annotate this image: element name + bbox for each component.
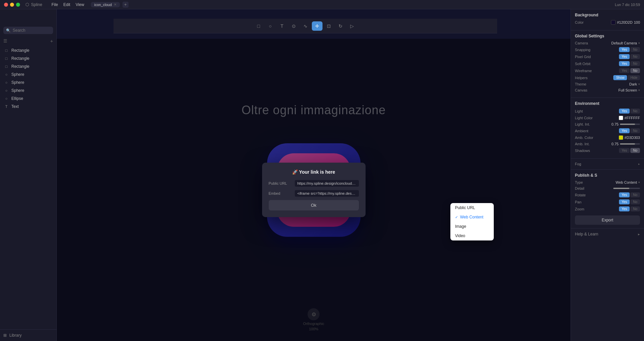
color-swatch[interactable] (611, 20, 616, 25)
canvas-content: Oltre ogni immaginazione ⚙ Orthographic … (57, 24, 571, 341)
ambient-no-button[interactable]: No (630, 128, 640, 133)
wireframe-no-button[interactable]: No (630, 68, 640, 73)
dropdown-image[interactable]: Image (450, 222, 494, 231)
list-item[interactable]: □ Rectangle (0, 46, 56, 54)
soft-orbit-yes-button[interactable]: Yes (619, 61, 630, 66)
view-menu[interactable]: View (75, 2, 84, 7)
wireframe-yes-button[interactable]: Yes (619, 68, 630, 73)
canvas-area[interactable]: □ ○ T ⊙ ∿ ✛ ⊡ ↻ ▷ Oltre ogni immaginazio… (57, 9, 571, 341)
chevron-down-icon: ▾ (638, 181, 640, 184)
camera-dropdown[interactable]: Default Camera ▾ (611, 41, 640, 45)
color-hex: #120D2D (617, 20, 632, 24)
search-bar: 🔍 (0, 24, 56, 37)
light-color-value[interactable]: #FFFFFF (619, 116, 640, 120)
soft-orbit-no-button[interactable]: No (630, 61, 640, 66)
rotate-yes-button[interactable]: Yes (619, 192, 630, 197)
fog-label: Fog (575, 162, 581, 166)
canvas-row: Canvas Full Screen ▾ (575, 88, 640, 92)
snapping-yes-button[interactable]: Yes (619, 47, 630, 52)
type-dropdown-trigger[interactable]: Web Content ▾ (616, 180, 640, 184)
amb-int-slider[interactable] (620, 143, 640, 145)
shadows-no-button[interactable]: No (630, 148, 640, 153)
list-item[interactable]: □ Rectangle (0, 62, 56, 70)
export-button[interactable]: Export (575, 215, 640, 225)
list-item[interactable]: T Text (0, 103, 56, 111)
search-input-wrap[interactable]: 🔍 (3, 27, 53, 34)
rotate-toggle: Yes No (619, 192, 640, 197)
modal-ok-button[interactable]: Ok (269, 200, 359, 210)
dropdown-web-content[interactable]: ✓ Web Content (450, 212, 494, 222)
dropdown-video[interactable]: Video (450, 231, 494, 240)
list-item[interactable]: ○ Sphere (0, 87, 56, 95)
chevron-right-icon[interactable]: ▸ (638, 232, 640, 236)
helpers-show-button[interactable]: Show (613, 75, 627, 80)
amb-color-value[interactable]: #D3D303 (619, 135, 640, 140)
search-input[interactable] (13, 28, 50, 33)
sidebar-footer: ⊞ Library (0, 329, 56, 341)
list-view-icon[interactable]: ☰ (3, 38, 7, 43)
sphere-icon: ○ (4, 80, 9, 84)
color-value[interactable]: #120D2D 100 (611, 20, 640, 25)
sidebar-view-icons: ☰ (3, 38, 7, 43)
shadows-yes-button[interactable]: Yes (619, 148, 630, 153)
tab-close-icon[interactable]: ✕ (114, 3, 117, 6)
canvas-dropdown[interactable]: Full Screen ▾ (618, 88, 640, 92)
item-label: Sphere (11, 80, 24, 85)
helpers-hide-button[interactable]: Hide (628, 75, 640, 80)
pan-no-button[interactable]: No (630, 199, 640, 204)
list-item[interactable]: ○ Sphere (0, 78, 56, 87)
modal-public-url-row: Public URL https://my.spline.design/icon… (269, 180, 359, 187)
pixel-grid-no-button[interactable]: No (630, 54, 640, 59)
theme-value: Dark (629, 82, 637, 86)
light-color-hex: #FFFFFF (625, 116, 640, 120)
list-item[interactable]: ○ Sphere (0, 70, 56, 78)
embed-value[interactable]: <iframe src='https://my.spline.design/ic… (295, 190, 359, 197)
modal-title: 🚀 Your link is here (269, 169, 359, 175)
zoom-no-button[interactable]: No (630, 206, 640, 211)
maximize-button[interactable] (16, 3, 20, 7)
light-int-slider[interactable] (620, 124, 640, 125)
light-int-label: Light. Int. (575, 122, 590, 126)
close-button[interactable] (4, 3, 8, 7)
light-yes-button[interactable]: Yes (619, 109, 630, 114)
item-label: Rectangle (11, 48, 29, 53)
camera-label: Camera (575, 41, 588, 45)
chevron-right-icon[interactable]: ▸ (638, 162, 640, 166)
public-url-value[interactable]: https://my.spline.design/iconcloud-60d0f… (295, 180, 359, 187)
light-color-label: Light Color (575, 116, 593, 120)
list-item[interactable]: ○ Ellipse (0, 95, 56, 103)
light-no-button[interactable]: No (630, 109, 640, 114)
amb-color-swatch[interactable] (619, 135, 623, 140)
opacity-value: 100 (634, 20, 640, 24)
main-layout: 🔍 ☰ + □ Rectangle □ Rectangle □ Rectangl… (0, 9, 644, 341)
add-item-icon[interactable]: + (50, 38, 53, 44)
pan-yes-button[interactable]: Yes (619, 199, 630, 204)
snapping-no-button[interactable]: No (630, 47, 640, 52)
link-modal: 🚀 Your link is here Public URL https://m… (262, 163, 366, 217)
light-color-swatch[interactable] (619, 116, 623, 120)
ambient-yes-button[interactable]: Yes (619, 128, 630, 133)
edit-menu[interactable]: Edit (63, 2, 70, 7)
publish-section: Publish & S Type Web Content ▾ Detail Ro… (571, 170, 644, 228)
snapping-label: Snapping (575, 48, 591, 52)
theme-label: Theme (575, 82, 586, 86)
ambient-toggle: Yes No (619, 128, 640, 133)
item-label: Sphere (11, 88, 24, 93)
minimize-button[interactable] (10, 3, 14, 7)
list-item[interactable]: □ Rectangle (0, 54, 56, 62)
dropdown-item-label: Public URL (455, 205, 475, 210)
sphere-icon: ○ (4, 72, 9, 76)
dropdown-public-url[interactable]: Public URL (450, 203, 494, 212)
detail-slider[interactable] (613, 188, 640, 189)
zoom-yes-button[interactable]: Yes (619, 206, 630, 211)
library-button[interactable]: ⊞ Library (3, 333, 53, 338)
theme-dropdown[interactable]: Dark ▾ (629, 82, 640, 86)
pixel-grid-yes-button[interactable]: Yes (619, 54, 630, 59)
file-menu[interactable]: File (51, 2, 58, 7)
publish-title: Publish & S (575, 173, 640, 178)
item-label: Text (11, 104, 19, 109)
rotate-no-button[interactable]: No (630, 192, 640, 197)
light-int-number: 0.75 (612, 122, 619, 126)
active-tab[interactable]: icon_cloud ✕ (91, 2, 120, 7)
add-tab-button[interactable]: + (123, 2, 129, 8)
